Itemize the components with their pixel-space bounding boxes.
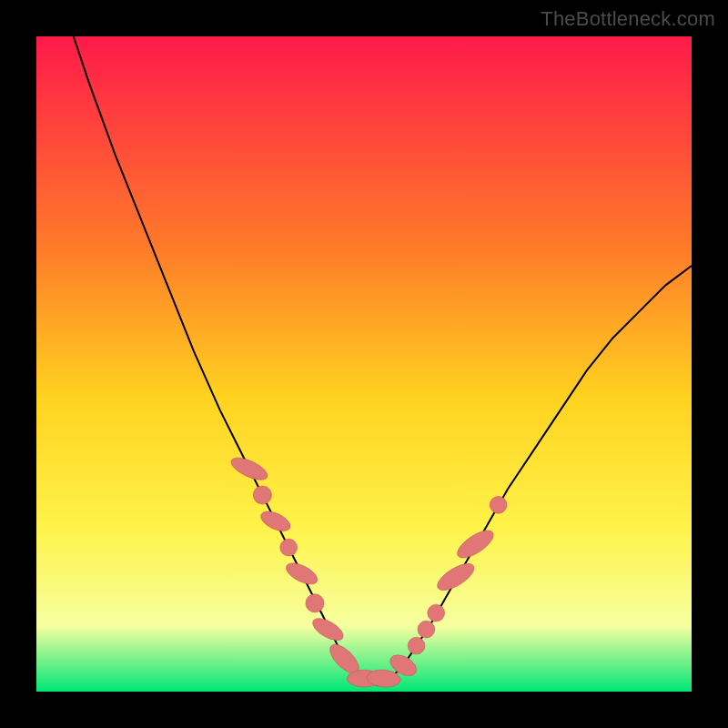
chart-frame: TheBottleneck.com bbox=[0, 0, 728, 728]
curve-marker bbox=[490, 496, 507, 513]
chart-plot bbox=[36, 36, 692, 692]
chart-svg bbox=[36, 36, 692, 692]
curve-marker bbox=[408, 637, 425, 654]
gradient-background bbox=[36, 36, 692, 692]
curve-marker bbox=[253, 486, 271, 504]
curve-marker bbox=[428, 604, 445, 622]
curve-marker bbox=[306, 594, 324, 612]
watermark-text: TheBottleneck.com bbox=[541, 7, 715, 31]
curve-marker bbox=[280, 539, 298, 556]
curve-marker bbox=[418, 621, 435, 638]
